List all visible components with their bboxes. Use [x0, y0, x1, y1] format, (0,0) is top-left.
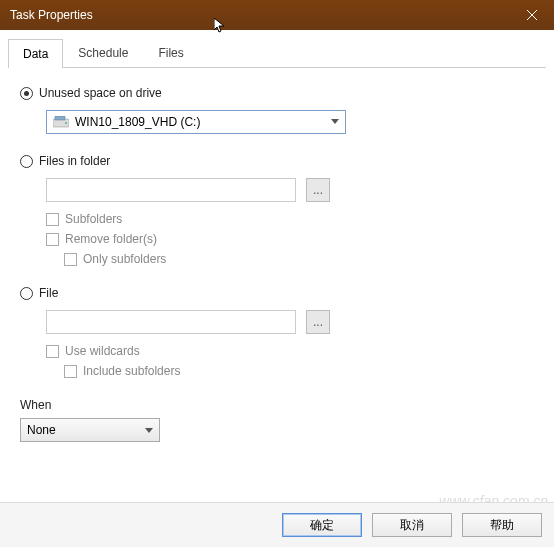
- titlebar: Task Properties: [0, 0, 554, 30]
- only-subfolders-check-row[interactable]: Only subfolders: [64, 252, 534, 266]
- browse-folder-button[interactable]: ...: [306, 178, 330, 202]
- radio-unused-space-label: Unused space on drive: [39, 86, 162, 100]
- tab-files[interactable]: Files: [143, 38, 198, 67]
- content-area: Data Schedule Files Unused space on driv…: [0, 30, 554, 452]
- subfolders-check-row[interactable]: Subfolders: [46, 212, 534, 226]
- svg-point-3: [65, 122, 67, 124]
- remove-folders-label: Remove folder(s): [65, 232, 157, 246]
- help-button[interactable]: 帮助: [462, 513, 542, 537]
- remove-folders-check-row[interactable]: Remove folder(s): [46, 232, 534, 246]
- wildcards-checkbox[interactable]: [46, 345, 59, 358]
- chevron-down-icon: [331, 119, 339, 124]
- tab-schedule[interactable]: Schedule: [63, 38, 143, 67]
- tab-bar: Data Schedule Files: [8, 38, 546, 68]
- data-panel: Unused space on drive WIN10_1809_VHD (C:…: [8, 68, 546, 452]
- radio-file-row[interactable]: File: [20, 286, 534, 300]
- radio-file-label: File: [39, 286, 58, 300]
- folder-path-row: ...: [46, 178, 534, 202]
- radio-unused-space-row[interactable]: Unused space on drive: [20, 86, 534, 100]
- wildcards-check-row[interactable]: Use wildcards: [46, 344, 534, 358]
- svg-rect-4: [55, 116, 65, 120]
- folder-path-input[interactable]: [46, 178, 296, 202]
- file-path-input[interactable]: [46, 310, 296, 334]
- radio-files-folder-label: Files in folder: [39, 154, 110, 168]
- drive-icon: [53, 116, 69, 128]
- dialog-footer: 确定 取消 帮助: [0, 502, 554, 547]
- file-path-row: ...: [46, 310, 534, 334]
- radio-files-folder-row[interactable]: Files in folder: [20, 154, 534, 168]
- include-subfolders-checkbox[interactable]: [64, 365, 77, 378]
- browse-file-button[interactable]: ...: [306, 310, 330, 334]
- ok-button[interactable]: 确定: [282, 513, 362, 537]
- subfolders-label: Subfolders: [65, 212, 122, 226]
- include-subfolders-label: Include subfolders: [83, 364, 180, 378]
- radio-file[interactable]: [20, 287, 33, 300]
- drive-select-value: WIN10_1809_VHD (C:): [75, 115, 200, 129]
- include-subfolders-check-row[interactable]: Include subfolders: [64, 364, 534, 378]
- wildcards-label: Use wildcards: [65, 344, 140, 358]
- subfolders-checkbox[interactable]: [46, 213, 59, 226]
- radio-unused-space[interactable]: [20, 87, 33, 100]
- when-select[interactable]: None: [20, 418, 160, 442]
- tab-data[interactable]: Data: [8, 39, 63, 68]
- radio-files-folder[interactable]: [20, 155, 33, 168]
- window-title: Task Properties: [10, 8, 93, 22]
- close-button[interactable]: [509, 0, 554, 30]
- drive-select[interactable]: WIN10_1809_VHD (C:): [46, 110, 346, 134]
- close-icon: [527, 10, 537, 20]
- when-select-value: None: [27, 423, 56, 437]
- chevron-down-icon: [145, 428, 153, 433]
- cancel-button[interactable]: 取消: [372, 513, 452, 537]
- when-label: When: [20, 398, 534, 412]
- remove-folders-checkbox[interactable]: [46, 233, 59, 246]
- only-subfolders-checkbox[interactable]: [64, 253, 77, 266]
- when-block: When None: [20, 398, 534, 442]
- only-subfolders-label: Only subfolders: [83, 252, 166, 266]
